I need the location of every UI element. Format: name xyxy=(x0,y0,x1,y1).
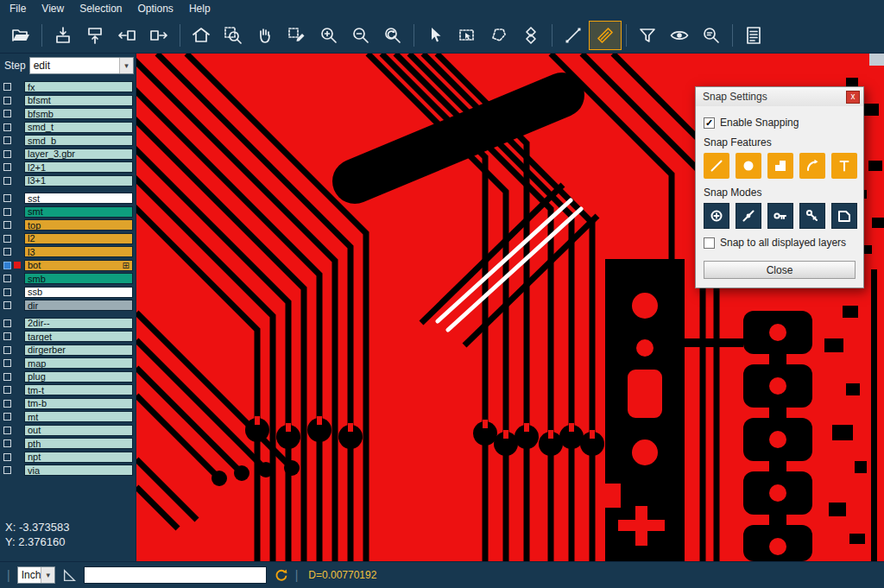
draw-line-button[interactable] xyxy=(558,22,589,49)
step-combobox[interactable]: edit ▾ xyxy=(29,57,134,74)
layer-row[interactable]: 2dir-- xyxy=(0,317,136,331)
layer-visibility-checkbox[interactable] xyxy=(3,177,11,185)
menu-options[interactable]: Options xyxy=(130,3,181,15)
layer-visibility-checkbox[interactable] xyxy=(3,386,11,394)
layer-visibility-checkbox[interactable] xyxy=(3,123,11,131)
snap-corner-button[interactable] xyxy=(767,153,793,179)
layer-visibility-checkbox[interactable] xyxy=(3,208,11,216)
layer-name-cell[interactable]: smt xyxy=(24,206,133,218)
layer-name-cell[interactable]: bfsmb xyxy=(24,108,133,119)
layer-row[interactable]: bot ⊞ xyxy=(0,259,136,273)
layer-name-cell[interactable]: l2 xyxy=(24,233,133,244)
layer-name-cell[interactable]: tm-t xyxy=(24,384,133,395)
layer-visibility-checkbox[interactable] xyxy=(3,332,11,340)
layer-row[interactable]: tm-t xyxy=(0,383,136,397)
zoom-in-button[interactable] xyxy=(313,22,344,49)
layer-name-cell[interactable]: pth xyxy=(24,438,133,449)
layer-row[interactable]: sst xyxy=(0,192,136,205)
command-input[interactable] xyxy=(84,566,267,584)
layer-row[interactable]: fx xyxy=(0,80,136,94)
dialog-titlebar[interactable]: Snap Settings x xyxy=(696,87,863,106)
layer-row[interactable]: plug xyxy=(0,370,136,384)
layer-visibility-checkbox[interactable] xyxy=(3,83,11,91)
layer-visibility-checkbox[interactable] xyxy=(3,453,11,461)
zoom-out-button[interactable] xyxy=(345,22,376,49)
layer-visibility-checkbox[interactable] xyxy=(3,150,11,158)
chevron-down-icon[interactable]: ▾ xyxy=(119,58,133,73)
view-options-button[interactable] xyxy=(664,22,695,49)
filter-button[interactable] xyxy=(632,22,663,49)
layer-visibility-checkbox[interactable] xyxy=(3,373,11,381)
layer-row[interactable]: l3 xyxy=(0,245,136,259)
layer-name-cell[interactable]: smb xyxy=(24,273,133,284)
close-icon[interactable]: x xyxy=(846,91,860,104)
layer-row[interactable]: mt xyxy=(0,410,136,424)
layer-name-cell[interactable]: sst xyxy=(24,193,133,204)
layer-name-cell[interactable]: bfsmt xyxy=(24,95,133,106)
select-cursor-button[interactable] xyxy=(420,22,451,49)
unit-combobox[interactable]: Inch ▾ xyxy=(17,566,55,584)
layer-row[interactable]: smd_b xyxy=(0,134,136,148)
layer-row[interactable]: bfsmt xyxy=(0,94,136,108)
pan-button[interactable] xyxy=(249,22,281,49)
layer-name-cell[interactable]: out xyxy=(24,425,133,436)
shift-left-button[interactable] xyxy=(111,22,142,49)
snap-mode-key-h-button[interactable] xyxy=(767,203,793,229)
close-button[interactable]: Close xyxy=(704,261,856,279)
select-polygon-button[interactable] xyxy=(483,22,515,49)
zoom-home-button[interactable] xyxy=(186,22,217,49)
menu-file[interactable]: File xyxy=(2,3,34,15)
select-rectangle-button[interactable] xyxy=(451,22,483,49)
layer-row[interactable]: npt xyxy=(0,451,136,465)
layer-visibility-checkbox[interactable] xyxy=(3,319,11,327)
highlight-pads-button[interactable] xyxy=(515,22,546,49)
snap-mode-nearest-button[interactable] xyxy=(736,203,761,229)
layer-row[interactable]: dir xyxy=(0,299,136,313)
load-bottom-button[interactable] xyxy=(79,22,110,49)
layer-row[interactable]: l2+1 xyxy=(0,161,136,174)
layer-name-cell[interactable]: dirgerber xyxy=(24,345,133,356)
layer-visibility-checkbox[interactable] xyxy=(3,466,11,474)
layer-visibility-checkbox[interactable] xyxy=(3,136,11,144)
layer-name-cell[interactable]: npt xyxy=(24,452,133,463)
layer-row[interactable]: l3+1 xyxy=(0,174,136,188)
layer-row[interactable]: out xyxy=(0,424,136,438)
layer-visibility-checkbox[interactable] xyxy=(3,235,11,243)
load-top-button[interactable] xyxy=(47,22,79,49)
layer-visibility-checkbox[interactable] xyxy=(3,359,11,367)
layer-visibility-checkbox[interactable] xyxy=(3,194,11,202)
layer-visibility-checkbox[interactable] xyxy=(3,262,11,269)
layer-row[interactable]: bfsmb xyxy=(0,107,136,121)
layer-visibility-checkbox[interactable] xyxy=(3,97,11,104)
layer-row[interactable]: target xyxy=(0,330,136,344)
layer-row[interactable]: l2 xyxy=(0,232,136,246)
layer-visibility-checkbox[interactable] xyxy=(3,439,11,447)
layer-name-cell[interactable]: ssb xyxy=(24,287,133,298)
layer-row[interactable]: map xyxy=(0,357,136,370)
menu-selection[interactable]: Selection xyxy=(72,3,129,15)
layer-visibility-checkbox[interactable] xyxy=(3,301,11,309)
layer-visibility-checkbox[interactable] xyxy=(3,288,11,296)
layer-name-cell[interactable]: plug xyxy=(24,371,133,383)
snap-text-button[interactable] xyxy=(831,153,857,179)
snap-arc-button[interactable] xyxy=(799,153,825,179)
layer-row[interactable]: via xyxy=(0,464,136,477)
enable-snapping-checkbox[interactable]: ✓ xyxy=(704,117,715,129)
menu-help[interactable]: Help xyxy=(181,3,218,15)
layer-name-cell[interactable]: l3+1 xyxy=(24,175,133,187)
layer-name-cell[interactable]: via xyxy=(24,465,133,476)
report-button[interactable] xyxy=(738,22,769,49)
layer-row[interactable]: layer_3.gbr xyxy=(0,148,136,161)
snap-pad-button[interactable] xyxy=(736,153,761,179)
layer-row[interactable]: pth xyxy=(0,437,136,451)
layer-name-cell[interactable]: tm-b xyxy=(24,398,133,409)
layer-name-cell[interactable]: l2+1 xyxy=(24,161,133,173)
layer-name-cell[interactable]: dir xyxy=(24,300,133,311)
layer-row[interactable]: ssb xyxy=(0,286,136,300)
layer-visibility-checkbox[interactable] xyxy=(3,400,11,408)
layer-visibility-checkbox[interactable] xyxy=(3,275,11,282)
layer-visibility-checkbox[interactable] xyxy=(3,163,11,171)
layer-name-cell[interactable]: target xyxy=(24,331,133,342)
layer-name-cell[interactable]: map xyxy=(24,357,133,369)
layer-row[interactable]: dirgerber xyxy=(0,344,136,357)
